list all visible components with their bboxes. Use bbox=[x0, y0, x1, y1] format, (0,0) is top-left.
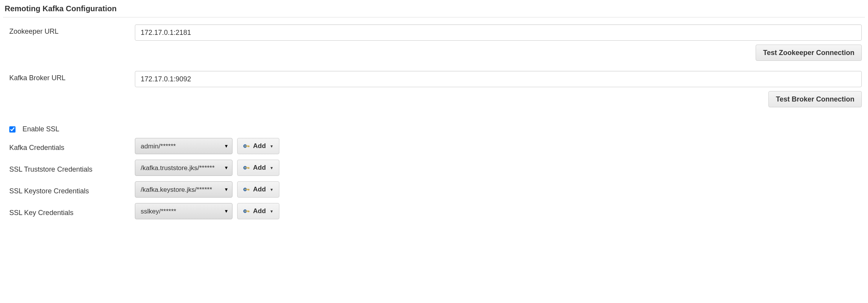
add-credentials-button[interactable]: Add▼ bbox=[237, 138, 279, 154]
credentials-select-wrap: /kafka.truststore.jks/******▼ bbox=[135, 160, 232, 176]
add-button-label: Add bbox=[253, 142, 266, 150]
add-button-label: Add bbox=[253, 207, 266, 215]
key-icon bbox=[243, 143, 250, 150]
broker-url-label: Kafka Broker URL bbox=[9, 71, 135, 82]
chevron-down-icon: ▼ bbox=[270, 188, 274, 192]
broker-test-row: Test Broker Connection bbox=[135, 91, 862, 107]
credentials-row: SSL Truststore Credentials/kafka.trustst… bbox=[3, 160, 865, 176]
credentials-row: SSL Key Credentialssslkey/******▼Add▼ bbox=[3, 203, 865, 219]
credentials-row: Kafka Credentialsadmin/******▼Add▼ bbox=[3, 138, 865, 154]
broker-url-input[interactable] bbox=[135, 71, 862, 87]
credentials-label: SSL Keystore Credentials bbox=[9, 184, 135, 195]
chevron-down-icon: ▼ bbox=[270, 144, 274, 148]
credentials-select[interactable]: /kafka.keystore.jks/****** bbox=[135, 181, 232, 198]
chevron-down-icon: ▼ bbox=[270, 209, 274, 213]
key-icon bbox=[243, 186, 250, 193]
credentials-select[interactable]: admin/****** bbox=[135, 138, 232, 154]
enable-ssl-label: Enable SSL bbox=[22, 125, 59, 133]
credentials-label: SSL Key Credentials bbox=[9, 206, 135, 217]
broker-control-col: Test Broker Connection bbox=[135, 71, 865, 114]
credentials-select[interactable]: /kafka.truststore.jks/****** bbox=[135, 160, 232, 176]
add-credentials-button[interactable]: Add▼ bbox=[237, 181, 279, 198]
add-button-label: Add bbox=[253, 164, 266, 172]
zookeeper-url-row: Zookeeper URL Test Zookeeper Connection bbox=[3, 24, 865, 68]
credentials-select-wrap: sslkey/******▼ bbox=[135, 203, 232, 219]
add-credentials-button[interactable]: Add▼ bbox=[237, 203, 279, 219]
credentials-row: SSL Keystore Credentials/kafka.keystore.… bbox=[3, 181, 865, 198]
credentials-label: Kafka Credentials bbox=[9, 141, 135, 152]
credentials-label: SSL Truststore Credentials bbox=[9, 162, 135, 174]
test-zookeeper-button[interactable]: Test Zookeeper Connection bbox=[756, 45, 862, 61]
add-button-label: Add bbox=[253, 186, 266, 193]
enable-ssl-checkbox[interactable] bbox=[9, 126, 16, 133]
zookeeper-url-label: Zookeeper URL bbox=[9, 24, 135, 36]
section-divider bbox=[3, 17, 865, 17]
chevron-down-icon: ▼ bbox=[270, 166, 274, 170]
enable-ssl-row: Enable SSL bbox=[3, 125, 865, 133]
credentials-select[interactable]: sslkey/****** bbox=[135, 203, 232, 219]
key-icon bbox=[243, 164, 250, 171]
credentials-select-wrap: admin/******▼ bbox=[135, 138, 232, 154]
add-credentials-button[interactable]: Add▼ bbox=[237, 160, 279, 176]
key-icon bbox=[243, 208, 250, 215]
test-broker-button[interactable]: Test Broker Connection bbox=[768, 91, 862, 107]
credentials-container: Kafka Credentialsadmin/******▼Add▼SSL Tr… bbox=[3, 138, 865, 219]
credentials-select-wrap: /kafka.keystore.jks/******▼ bbox=[135, 181, 232, 198]
broker-url-row: Kafka Broker URL Test Broker Connection bbox=[3, 71, 865, 114]
zookeeper-url-input[interactable] bbox=[135, 24, 862, 41]
zookeeper-test-row: Test Zookeeper Connection bbox=[135, 45, 862, 61]
zookeeper-control-col: Test Zookeeper Connection bbox=[135, 24, 865, 68]
section-title: Remoting Kafka Configuration bbox=[3, 2, 865, 17]
